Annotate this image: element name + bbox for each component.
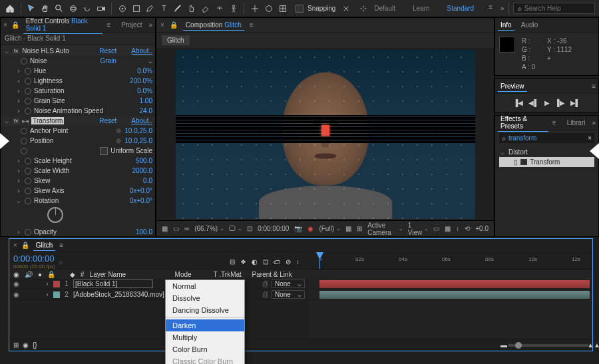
twirl-icon[interactable]: ⌵	[3, 47, 10, 55]
stopwatch-icon[interactable]	[25, 198, 31, 204]
stopwatch-icon[interactable]	[25, 168, 31, 174]
panel-menu-icon[interactable]: ≡	[250, 21, 254, 29]
search-help-input[interactable]	[524, 5, 591, 12]
v5-icon[interactable]: +0.0	[475, 225, 489, 232]
tl-icon-1[interactable]: ⊟	[230, 258, 235, 266]
3d-icon[interactable]: ∞	[184, 225, 189, 232]
panel-menu-icon[interactable]: ≡	[552, 119, 556, 126]
next-frame-icon[interactable]: ▐▶	[555, 99, 565, 106]
timeline-search-input[interactable]	[59, 258, 99, 266]
prev-frame-icon[interactable]: ◀▌	[528, 99, 538, 106]
effects-search-input[interactable]	[508, 134, 585, 142]
last-frame-icon[interactable]: ▶▌	[570, 99, 580, 106]
time-ruler[interactable]: ⟐ 02s 04s 06s 08s 10s 12s	[309, 252, 592, 270]
prop-skew-value[interactable]: 0.0	[143, 177, 152, 184]
snapshot-icon[interactable]: 📷	[294, 225, 302, 232]
tabs-overflow-icon[interactable]: »	[148, 21, 152, 29]
panel-menu-icon[interactable]: ≡	[106, 21, 110, 29]
twirl-icon[interactable]: ⌵	[3, 117, 10, 124]
stopwatch-icon[interactable]	[25, 88, 31, 94]
parent-pickwhip-icon[interactable]: @	[262, 291, 269, 298]
toggle-switches-icon[interactable]: ⊞	[13, 341, 19, 349]
mode-normal[interactable]: Normal	[166, 280, 244, 292]
prop-scale-height-value[interactable]: 500.0	[136, 157, 152, 164]
lock-icon[interactable]: 🔒	[11, 21, 19, 29]
home-icon[interactable]	[4, 2, 17, 15]
camera-dropdown[interactable]: Active Camera	[367, 222, 403, 236]
zoom-dropdown[interactable]: (66.7%)	[194, 225, 224, 232]
current-timecode[interactable]: 0:00:00:00	[13, 254, 55, 264]
prop-position-value[interactable]: 10.0,25.0	[124, 137, 152, 144]
prop-hue-value[interactable]: 0.0%	[137, 67, 152, 75]
layer-label-color[interactable]	[53, 291, 60, 298]
stopwatch-icon[interactable]	[25, 98, 31, 104]
twirl-icon[interactable]: ›	[15, 228, 22, 236]
panel-menu-icon[interactable]: ≡	[592, 83, 596, 90]
twirl-icon[interactable]: ›	[15, 167, 22, 174]
col-lock-icon[interactable]: 🔒	[47, 271, 55, 278]
zoom-slider[interactable]: ▬▲▲	[508, 344, 588, 347]
mode-dissolve[interactable]: Dissolve	[166, 292, 244, 304]
col-solo-icon[interactable]: ●	[38, 271, 42, 278]
twirl-icon[interactable]: ›	[15, 187, 22, 194]
col-audio-icon[interactable]: 🔊	[25, 271, 33, 278]
prop-scale-width-value[interactable]: 2000.0	[132, 167, 152, 174]
stopwatch-icon[interactable]	[25, 158, 31, 164]
workspace-menu-icon[interactable]: ≡	[489, 3, 493, 13]
close-icon[interactable]: ×	[160, 21, 164, 29]
prop-saturation-value[interactable]: 0.0%	[137, 87, 152, 94]
tl-icon-4[interactable]: ⊡	[263, 258, 268, 266]
close-icon[interactable]: ×	[13, 242, 17, 249]
about-link[interactable]: About..	[131, 47, 152, 55]
effects-group[interactable]: ⌵Distort	[499, 147, 594, 157]
panel-menu-icon[interactable]: ≡	[59, 242, 63, 249]
twirl-icon[interactable]: ›	[44, 280, 51, 287]
alpha-icon[interactable]: ▦	[162, 225, 168, 232]
uniform-scale-checkbox[interactable]	[100, 147, 108, 155]
resolution-icon[interactable]: 🖵	[229, 225, 242, 232]
tl-icon-2[interactable]: ❖	[240, 258, 246, 266]
stopwatch-icon[interactable]	[21, 58, 27, 65]
mode-dancing-dissolve[interactable]: Dancing Dissolve	[166, 304, 244, 316]
tl-icon-5[interactable]: 🏷	[274, 258, 280, 266]
roi-icon[interactable]: ⊡	[247, 225, 252, 232]
layer-bar[interactable]	[319, 291, 590, 299]
clear-icon[interactable]: ×	[588, 134, 592, 142]
local-axis-icon[interactable]	[248, 2, 261, 15]
track-area[interactable]	[309, 279, 592, 339]
snapping-checkbox[interactable]	[296, 5, 303, 13]
prop-rotation-value[interactable]: 0x+0.0°	[130, 197, 152, 204]
v1-icon[interactable]: ▭	[433, 225, 439, 232]
project-tab[interactable]: Project	[118, 20, 144, 30]
visibility-icon[interactable]: ◉	[13, 280, 20, 287]
stopwatch-icon[interactable]	[25, 178, 31, 184]
composition-tab[interactable]: Composition Glitch	[183, 20, 244, 31]
mode-darken[interactable]: Darken	[166, 319, 244, 331]
prop-opacity-value[interactable]: 100.0	[136, 228, 152, 236]
stopwatch-icon[interactable]	[25, 108, 31, 114]
effect-controls-tab[interactable]: Effect Controls Black Solid 1	[23, 16, 103, 34]
twirl-icon[interactable]: ›	[15, 177, 22, 184]
rotate-tool-icon[interactable]	[81, 2, 93, 15]
workspace-standard[interactable]: Standard	[445, 3, 477, 13]
parent-dropdown[interactable]: None⌵	[272, 279, 305, 288]
crosshair-icon[interactable]: ⊕	[115, 137, 122, 144]
workspace-default[interactable]: Default	[371, 3, 398, 13]
world-axis-icon[interactable]	[262, 2, 275, 15]
mask-icon[interactable]: ▭	[173, 225, 179, 232]
prop-anim-speed-value[interactable]: 24.0	[140, 107, 152, 114]
overflow-icon[interactable]: »	[500, 5, 504, 12]
mode-multiply[interactable]: Multiply	[166, 331, 244, 343]
tl-icon-7[interactable]: ↕	[296, 258, 300, 266]
stopwatch-icon[interactable]	[25, 68, 31, 75]
prop-noise-value[interactable]: Grain	[100, 57, 116, 65]
v4-icon[interactable]: ⟲	[465, 225, 470, 232]
effects-item-transform[interactable]: ▯fxTransform	[499, 157, 594, 167]
zoom-tool-icon[interactable]	[53, 2, 66, 15]
layer-label-color[interactable]	[53, 281, 60, 287]
v3-icon[interactable]: ↕	[456, 225, 459, 232]
hand-tool-icon[interactable]	[39, 2, 52, 15]
keyframe-nav-icon[interactable]: ▸◂	[22, 117, 29, 124]
timeline-tab[interactable]: Glitch	[33, 240, 56, 251]
effects-search-field[interactable]: ⌕ ×	[499, 133, 594, 143]
